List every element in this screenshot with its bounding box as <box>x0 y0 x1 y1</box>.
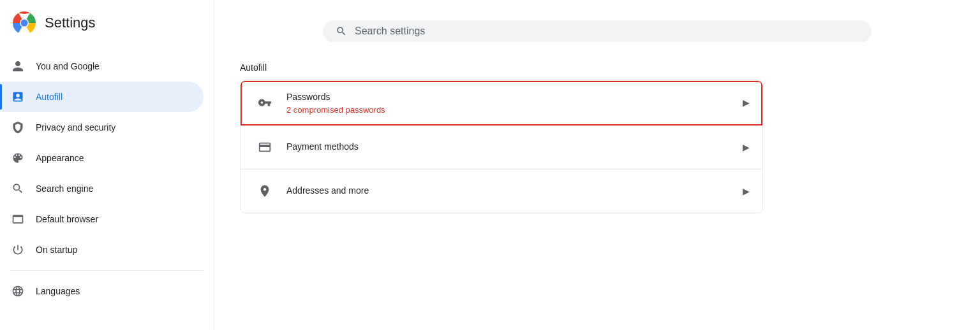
sidebar-item-autofill-label: Autofill <box>36 92 63 102</box>
sidebar-item-privacy-label: Privacy and security <box>36 122 115 133</box>
sidebar-item-you-and-google-label: You and Google <box>36 61 100 71</box>
passwords-card-item[interactable]: Passwords 2 compromised passwords ▶ <box>241 81 762 126</box>
search-icon <box>336 25 347 37</box>
payment-methods-card-title: Payment methods <box>286 141 738 154</box>
addresses-card-title: Addresses and more <box>286 185 738 197</box>
sidebar-item-appearance[interactable]: Appearance <box>0 143 204 173</box>
payment-methods-card-text: Payment methods <box>286 141 738 154</box>
location-icon <box>253 180 276 203</box>
sidebar-item-on-startup-label: On startup <box>36 245 77 255</box>
sidebar-item-autofill[interactable]: Autofill <box>0 82 204 112</box>
sidebar-item-default-browser[interactable]: Default browser <box>0 204 204 234</box>
sidebar-item-languages-label: Languages <box>36 286 80 296</box>
person-icon <box>10 59 26 74</box>
shield-icon <box>10 120 26 135</box>
sidebar-item-you-and-google[interactable]: You and Google <box>0 51 204 82</box>
autofill-card-list: Passwords 2 compromised passwords ▶ Paym… <box>240 80 763 213</box>
svg-point-2 <box>21 20 28 27</box>
content-area: Autofill Passwords 2 compromised passwor… <box>214 62 789 239</box>
payment-methods-card-item[interactable]: Payment methods ▶ <box>241 126 762 169</box>
sidebar-item-on-startup[interactable]: On startup <box>0 234 204 265</box>
search-input[interactable] <box>355 25 859 37</box>
sidebar-item-default-browser-label: Default browser <box>36 214 98 224</box>
autofill-icon <box>10 89 26 104</box>
main-area: Autofill Passwords 2 compromised passwor… <box>214 0 980 330</box>
addresses-chevron-icon: ▶ <box>743 186 750 196</box>
passwords-card-title: Passwords <box>286 91 738 104</box>
payment-methods-chevron-icon: ▶ <box>743 142 750 152</box>
sidebar-item-search-engine[interactable]: Search engine <box>0 173 204 204</box>
browser-icon <box>10 212 26 227</box>
search-bar <box>323 20 872 42</box>
sidebar-item-privacy-and-security[interactable]: Privacy and security <box>0 112 204 143</box>
credit-card-icon <box>253 136 276 159</box>
palette-icon <box>10 150 26 166</box>
addresses-card-item[interactable]: Addresses and more ▶ <box>241 169 762 213</box>
sidebar-header: Settings <box>0 0 214 46</box>
key-icon <box>253 91 276 114</box>
chrome-logo-icon <box>13 11 36 34</box>
passwords-chevron-icon: ▶ <box>743 97 750 108</box>
addresses-card-text: Addresses and more <box>286 185 738 197</box>
sidebar-item-search-engine-label: Search engine <box>36 183 93 194</box>
globe-icon <box>10 283 26 299</box>
passwords-card-subtitle: 2 compromised passwords <box>286 105 738 115</box>
sidebar: Settings You and Google Autofill Privacy… <box>0 0 214 330</box>
passwords-card-text: Passwords 2 compromised passwords <box>286 91 738 115</box>
sidebar-nav: You and Google Autofill Privacy and secu… <box>0 46 214 330</box>
sidebar-item-languages[interactable]: Languages <box>0 276 204 306</box>
search-nav-icon <box>10 181 26 196</box>
search-bar-wrapper <box>214 0 980 62</box>
sidebar-divider <box>10 270 204 271</box>
power-icon <box>10 242 26 257</box>
autofill-section-label: Autofill <box>240 62 763 73</box>
sidebar-item-appearance-label: Appearance <box>36 153 84 163</box>
sidebar-title: Settings <box>45 15 96 31</box>
